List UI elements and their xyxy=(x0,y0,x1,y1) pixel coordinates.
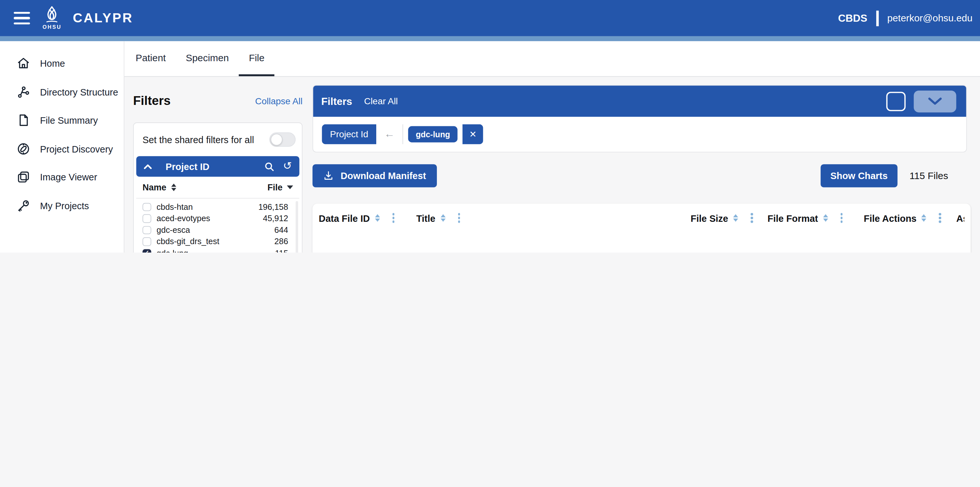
column-menu-icon[interactable] xyxy=(939,213,942,223)
tab-specimen[interactable]: Specimen xyxy=(176,41,239,76)
sidebar-item-project-discovery[interactable]: Project Discovery xyxy=(0,135,124,163)
chevron-down-icon xyxy=(928,97,942,105)
download-manifest-button[interactable]: Download Manifest xyxy=(312,164,436,187)
filter-chips-area: Project Id ← gdc-lung ✕ xyxy=(313,117,966,152)
file-icon xyxy=(17,114,30,127)
sort-arrows-icon[interactable] xyxy=(823,214,828,222)
sidebar-item-label: File Summary xyxy=(40,115,97,125)
facet-option-checkbox[interactable] xyxy=(143,226,151,234)
facet-option-checkbox[interactable] xyxy=(143,203,151,211)
shared-filters-label: Set the shared filters for all xyxy=(143,134,254,145)
reset-icon[interactable]: ↺ xyxy=(283,160,292,171)
files-table: Data File ID Title File Size xyxy=(312,204,970,252)
tab-patient[interactable]: Patient xyxy=(126,41,176,76)
caret-down-icon[interactable] xyxy=(287,186,293,189)
column-label: File Format xyxy=(767,213,818,224)
project-id-facet: Project ID ↺ Name xyxy=(136,156,299,252)
facet-option-count: 644 xyxy=(275,225,293,235)
sort-arrows-icon[interactable] xyxy=(733,214,738,222)
show-charts-button[interactable]: Show Charts xyxy=(820,164,898,187)
graph-icon xyxy=(17,86,30,99)
facet-option-row[interactable]: gdc-lung 115 xyxy=(143,247,293,252)
files-table-header: Data File ID Title File Size xyxy=(312,204,970,233)
collapse-filters-button[interactable] xyxy=(914,90,956,113)
clear-all-button[interactable]: Clear All xyxy=(364,96,398,106)
compass-icon xyxy=(17,142,30,155)
search-icon[interactable] xyxy=(264,162,274,171)
user-email[interactable]: peterkor@ohsu.edu xyxy=(887,13,972,24)
column-label: Ass xyxy=(956,213,964,224)
filter-chip: Project Id ← gdc-lung ✕ xyxy=(322,124,483,144)
column-menu-icon[interactable] xyxy=(751,213,753,223)
sidebar-item-label: Project Discovery xyxy=(40,143,113,154)
chip-close-icon[interactable]: ✕ xyxy=(463,124,483,144)
column-header-file-actions[interactable]: File Actions xyxy=(864,213,956,224)
column-header-title[interactable]: Title xyxy=(416,213,690,224)
column-menu-icon[interactable] xyxy=(458,213,460,223)
chip-value[interactable]: gdc-lung xyxy=(408,126,458,143)
sort-arrows-icon[interactable] xyxy=(172,184,176,191)
chevron-up-icon[interactable] xyxy=(144,164,152,169)
sidebar-item-label: Directory Structure xyxy=(40,87,118,97)
top-header: OHSU CALYPR CBDS peterkor@ohsu.edu xyxy=(0,0,980,36)
facet-file-column-header[interactable]: File xyxy=(267,182,293,192)
app-window: OHSU CALYPR CBDS peterkor@ohsu.edu Home xyxy=(0,0,980,252)
shared-filters-toggle[interactable] xyxy=(269,132,296,147)
column-label: Data File ID xyxy=(319,213,370,224)
chip-back-arrow-icon[interactable]: ← xyxy=(376,124,403,144)
file-count-label: 115 Files xyxy=(910,170,948,182)
column-menu-icon[interactable] xyxy=(393,213,395,223)
tab-file[interactable]: File xyxy=(239,41,275,76)
column-label: File Actions xyxy=(864,213,916,224)
facet-option-row[interactable]: gdc-esca 644 xyxy=(143,224,293,236)
column-header-associations[interactable]: Ass xyxy=(956,213,964,224)
filters-checkbox-button[interactable] xyxy=(886,92,906,111)
key-icon xyxy=(17,199,30,213)
facet-option-list: cbds-htan 196,158 aced-evotypes 45,912 g xyxy=(136,198,299,252)
facet-file-label: File xyxy=(267,182,283,192)
sort-arrows-icon[interactable] xyxy=(375,214,380,222)
chip-field-label: Project Id xyxy=(322,124,376,144)
filters-panel-title: Filters xyxy=(133,94,171,108)
header-accent-strip xyxy=(0,36,980,41)
hamburger-menu-icon[interactable] xyxy=(14,12,30,25)
header-separator xyxy=(876,10,878,26)
column-header-data-file-id[interactable]: Data File ID xyxy=(319,213,417,224)
facet-option-checkbox[interactable] xyxy=(143,237,151,246)
sidebar-item-directory-structure[interactable]: Directory Structure xyxy=(0,78,124,106)
collapse-all-link[interactable]: Collapse All xyxy=(255,96,302,106)
column-header-file-size[interactable]: File Size xyxy=(690,213,767,224)
images-icon xyxy=(17,171,30,184)
active-filters-title: Filters xyxy=(321,95,352,107)
facet-option-name: gdc-lung xyxy=(156,248,188,252)
active-filters-bar: Filters Clear All xyxy=(313,86,966,117)
facet-option-row[interactable]: cbds-htan 196,158 xyxy=(143,201,293,213)
ohsu-logo-text: OHSU xyxy=(43,25,62,30)
facet-option-count: 196,158 xyxy=(258,202,293,211)
filters-panel: Filters Collapse All Set the shared filt… xyxy=(133,85,303,252)
sidebar-item-image-viewer[interactable]: Image Viewer xyxy=(0,163,124,191)
org-label: CBDS xyxy=(838,12,867,24)
facet-option-row[interactable]: cbds-git_drs_test 286 xyxy=(143,236,293,247)
facet-option-checkbox[interactable] xyxy=(143,214,151,222)
sort-arrows-icon[interactable] xyxy=(922,214,926,222)
facet-option-row[interactable]: aced-evotypes 45,912 xyxy=(143,213,293,224)
project-id-facet-header[interactable]: Project ID ↺ xyxy=(136,156,299,177)
facet-list-scrollbar[interactable] xyxy=(296,201,298,252)
facet-option-checkbox[interactable] xyxy=(143,249,151,252)
sidebar-item-label: Home xyxy=(40,58,65,69)
sidebar-item-label: My Projects xyxy=(40,200,89,211)
facet-name-label: Name xyxy=(143,182,167,192)
facet-name-column-header[interactable]: Name xyxy=(143,182,176,192)
flame-icon xyxy=(43,6,62,24)
sidebar-item-file-summary[interactable]: File Summary xyxy=(0,106,124,135)
sidebar-item-my-projects[interactable]: My Projects xyxy=(0,191,124,220)
column-menu-icon[interactable] xyxy=(841,213,843,223)
column-label: Title xyxy=(416,213,435,224)
sidebar-item-label: Image Viewer xyxy=(40,172,97,182)
facet-option-count: 115 xyxy=(275,248,293,252)
sort-arrows-icon[interactable] xyxy=(441,214,445,222)
facet-option-name: aced-evotypes xyxy=(156,214,210,223)
column-header-file-format[interactable]: File Format xyxy=(767,213,864,224)
sidebar-item-home[interactable]: Home xyxy=(0,49,124,78)
